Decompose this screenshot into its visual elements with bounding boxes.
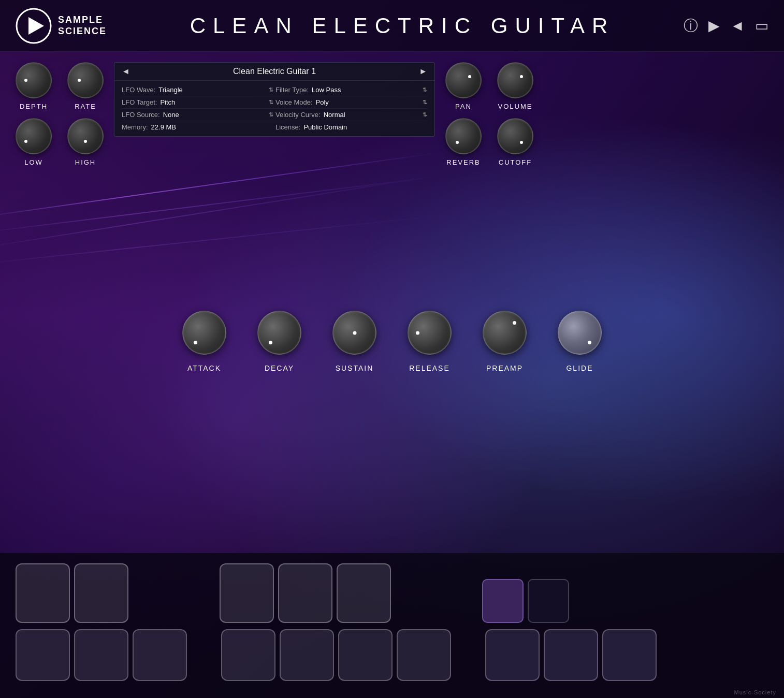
string-decoration — [0, 176, 437, 234]
logo-line1: SAMPLE — [58, 14, 107, 26]
key-bot-10[interactable] — [602, 629, 657, 681]
rate-knob[interactable] — [67, 62, 104, 98]
lfo-wave-label: LFO Wave: — [122, 86, 155, 94]
back-button[interactable]: ◄ — [730, 19, 745, 33]
header-controls: ⓘ ▶ ◄ ▭ — [675, 19, 768, 33]
sustain-knob[interactable] — [332, 311, 376, 355]
info-panel: ◄ Clean Electric Guitar 1 ► LFO Wave: Tr… — [114, 62, 435, 137]
filter-type-label: Filter Type: — [275, 86, 309, 94]
cutoff-knob[interactable] — [497, 118, 533, 154]
keyboard-area — [0, 553, 784, 698]
glide-knob-group: GLIDE — [558, 311, 602, 372]
left-knobs: DEPTH RATE LOW HIGH — [16, 62, 104, 166]
main-container: SAMPLE SCIENCE CLEAN ELECTRIC GUITAR ⓘ ▶… — [0, 0, 784, 698]
depth-knob-group: DEPTH — [16, 62, 52, 110]
key-d1[interactable] — [74, 563, 128, 623]
lfo-wave-field: LFO Wave: Triangle ⇅ — [122, 86, 273, 94]
key-bot-3[interactable] — [133, 629, 187, 681]
key-a1[interactable] — [337, 563, 391, 623]
sustain-label: SUSTAIN — [336, 364, 374, 372]
high-knob[interactable] — [67, 118, 104, 154]
lfo-target-field: LFO Target: Pitch ⇅ — [122, 98, 273, 106]
panel-next-button[interactable]: ► — [419, 67, 427, 76]
rate-label: RATE — [75, 103, 96, 110]
voice-mode-arrows[interactable]: ⇅ — [423, 99, 427, 106]
top-keys-row — [16, 563, 768, 623]
preamp-label: PREAMP — [486, 364, 523, 372]
bottom-keys-row — [16, 629, 768, 681]
release-label: RELEASE — [409, 364, 450, 372]
license-value: Public Domain — [303, 123, 427, 131]
lfo-wave-arrows[interactable]: ⇅ — [269, 86, 273, 93]
panel-title: Clean Electric Guitar 1 — [130, 67, 419, 76]
pan-label: PAN — [455, 103, 472, 110]
velocity-curve-value: Normal — [324, 111, 419, 119]
attack-knob-group: ATTACK — [182, 311, 226, 372]
lfo-source-arrows[interactable]: ⇅ — [269, 111, 273, 118]
attack-knob[interactable] — [182, 311, 226, 355]
top-right-knobs: PAN VOLUME — [445, 62, 533, 110]
pan-knob[interactable] — [445, 62, 482, 98]
watermark: Music-Society — [734, 689, 776, 695]
reverb-knob-group: REVERB — [445, 118, 482, 166]
key-c1[interactable] — [16, 563, 70, 623]
velocity-curve-field: Velocity Curve: Normal ⇅ — [275, 111, 427, 119]
menu-button[interactable]: ▭ — [755, 19, 768, 33]
depth-knob[interactable] — [16, 62, 52, 98]
lfo-target-arrows[interactable]: ⇅ — [269, 99, 273, 106]
key-f1[interactable] — [220, 563, 274, 623]
low-knob[interactable] — [16, 118, 52, 154]
right-knobs: PAN VOLUME REVERB CUTOFF — [445, 62, 533, 166]
preamp-knob[interactable] — [483, 311, 527, 355]
key-bot-9[interactable] — [544, 629, 598, 681]
glide-knob[interactable] — [558, 311, 602, 355]
key-bot-1[interactable] — [16, 629, 70, 681]
release-knob[interactable] — [408, 311, 452, 355]
attack-label: ATTACK — [187, 364, 221, 372]
filter-type-arrows[interactable]: ⇅ — [423, 86, 427, 93]
svg-marker-1 — [28, 17, 44, 35]
volume-label: VOLUME — [498, 103, 533, 110]
controls-area: DEPTH RATE LOW HIGH ◄ — [0, 52, 784, 177]
panel-prev-button[interactable]: ◄ — [122, 67, 130, 76]
volume-knob[interactable] — [497, 62, 533, 98]
velocity-curve-arrows[interactable]: ⇅ — [423, 111, 427, 118]
bot-gap-2 — [455, 629, 481, 681]
top-left-knobs: DEPTH RATE — [16, 62, 104, 110]
panel-row-4: Memory: 22.9 MB License: Public Domain — [122, 121, 427, 133]
app-title: CLEAN ELECTRIC GUITAR — [129, 13, 675, 38]
memory-value: 22.9 MB — [151, 123, 273, 131]
key-bot-4[interactable] — [221, 629, 275, 681]
key-bot-8[interactable] — [485, 629, 540, 681]
decay-knob-group: DECAY — [257, 311, 301, 372]
pan-knob-group: PAN — [445, 62, 482, 110]
bottom-right-knobs: REVERB CUTOFF — [445, 118, 533, 166]
header: SAMPLE SCIENCE CLEAN ELECTRIC GUITAR ⓘ ▶… — [0, 0, 784, 52]
decay-knob[interactable] — [257, 311, 301, 355]
rate-knob-group: RATE — [67, 62, 104, 110]
key-bot-2[interactable] — [74, 629, 128, 681]
velocity-curve-label: Velocity Curve: — [275, 111, 321, 119]
logo-area: SAMPLE SCIENCE — [16, 8, 129, 44]
sustain-knob-group: SUSTAIN — [332, 311, 376, 372]
key-bot-6[interactable] — [338, 629, 393, 681]
bot-gap-1 — [191, 629, 217, 681]
license-field: License: Public Domain — [275, 123, 427, 131]
lfo-source-label: LFO Source: — [122, 111, 160, 119]
key-d2[interactable] — [528, 579, 569, 623]
volume-knob-group: VOLUME — [497, 62, 533, 110]
key-bot-7[interactable] — [397, 629, 451, 681]
lfo-source-value: None — [163, 111, 266, 119]
info-button[interactable]: ⓘ — [684, 19, 698, 33]
voice-mode-value: Poly — [316, 98, 419, 106]
logo-line2: SCIENCE — [58, 26, 107, 37]
key-bot-5[interactable] — [280, 629, 334, 681]
string-decoration — [0, 215, 438, 265]
low-knob-group: LOW — [16, 118, 52, 166]
key-g1[interactable] — [278, 563, 332, 623]
lfo-source-field: LFO Source: None ⇅ — [122, 111, 273, 119]
low-label: LOW — [24, 158, 43, 166]
key-c2[interactable] — [482, 579, 524, 623]
play-button[interactable]: ▶ — [708, 19, 720, 33]
reverb-knob[interactable] — [445, 118, 482, 154]
